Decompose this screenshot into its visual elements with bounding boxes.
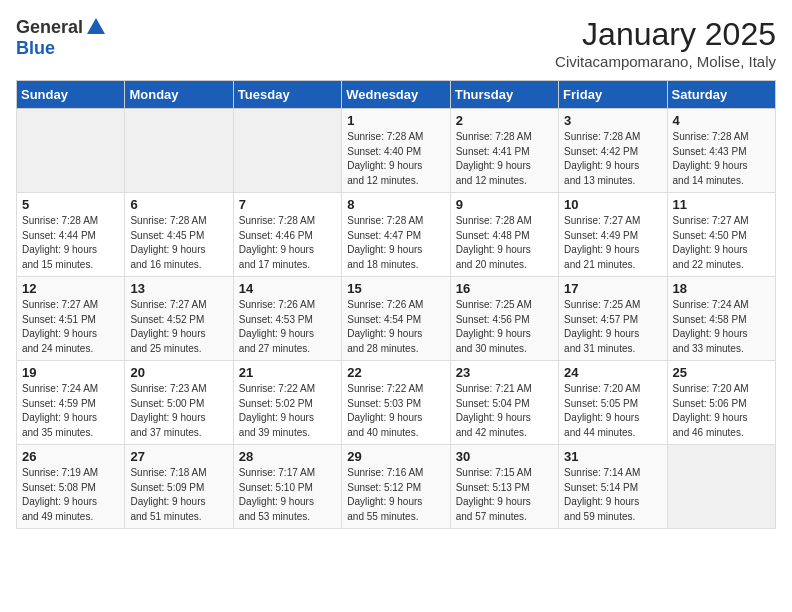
day-info: Sunrise: 7:22 AM Sunset: 5:02 PM Dayligh… [239, 382, 336, 440]
day-info: Sunrise: 7:14 AM Sunset: 5:14 PM Dayligh… [564, 466, 661, 524]
calendar-cell [233, 109, 341, 193]
week-row-4: 19Sunrise: 7:24 AM Sunset: 4:59 PM Dayli… [17, 361, 776, 445]
day-number: 4 [673, 113, 770, 128]
logo: General Blue [16, 16, 107, 59]
day-number: 30 [456, 449, 553, 464]
calendar-cell: 3Sunrise: 7:28 AM Sunset: 4:42 PM Daylig… [559, 109, 667, 193]
day-number: 25 [673, 365, 770, 380]
calendar-cell: 22Sunrise: 7:22 AM Sunset: 5:03 PM Dayli… [342, 361, 450, 445]
week-row-3: 12Sunrise: 7:27 AM Sunset: 4:51 PM Dayli… [17, 277, 776, 361]
calendar-cell: 13Sunrise: 7:27 AM Sunset: 4:52 PM Dayli… [125, 277, 233, 361]
day-info: Sunrise: 7:18 AM Sunset: 5:09 PM Dayligh… [130, 466, 227, 524]
day-number: 7 [239, 197, 336, 212]
day-number: 21 [239, 365, 336, 380]
week-row-2: 5Sunrise: 7:28 AM Sunset: 4:44 PM Daylig… [17, 193, 776, 277]
day-info: Sunrise: 7:28 AM Sunset: 4:43 PM Dayligh… [673, 130, 770, 188]
calendar-table: SundayMondayTuesdayWednesdayThursdayFrid… [16, 80, 776, 529]
calendar-cell [17, 109, 125, 193]
calendar-cell: 6Sunrise: 7:28 AM Sunset: 4:45 PM Daylig… [125, 193, 233, 277]
day-info: Sunrise: 7:27 AM Sunset: 4:49 PM Dayligh… [564, 214, 661, 272]
day-info: Sunrise: 7:25 AM Sunset: 4:57 PM Dayligh… [564, 298, 661, 356]
calendar-cell: 10Sunrise: 7:27 AM Sunset: 4:49 PM Dayli… [559, 193, 667, 277]
day-info: Sunrise: 7:26 AM Sunset: 4:53 PM Dayligh… [239, 298, 336, 356]
day-number: 11 [673, 197, 770, 212]
calendar-cell: 27Sunrise: 7:18 AM Sunset: 5:09 PM Dayli… [125, 445, 233, 529]
day-number: 14 [239, 281, 336, 296]
day-info: Sunrise: 7:28 AM Sunset: 4:48 PM Dayligh… [456, 214, 553, 272]
day-number: 23 [456, 365, 553, 380]
day-number: 22 [347, 365, 444, 380]
calendar-cell: 29Sunrise: 7:16 AM Sunset: 5:12 PM Dayli… [342, 445, 450, 529]
day-number: 16 [456, 281, 553, 296]
day-number: 28 [239, 449, 336, 464]
day-number: 1 [347, 113, 444, 128]
calendar-cell [125, 109, 233, 193]
day-number: 13 [130, 281, 227, 296]
day-info: Sunrise: 7:28 AM Sunset: 4:41 PM Dayligh… [456, 130, 553, 188]
day-number: 12 [22, 281, 119, 296]
day-info: Sunrise: 7:20 AM Sunset: 5:05 PM Dayligh… [564, 382, 661, 440]
day-number: 6 [130, 197, 227, 212]
day-info: Sunrise: 7:25 AM Sunset: 4:56 PM Dayligh… [456, 298, 553, 356]
weekday-header-row: SundayMondayTuesdayWednesdayThursdayFrid… [17, 81, 776, 109]
calendar-cell: 31Sunrise: 7:14 AM Sunset: 5:14 PM Dayli… [559, 445, 667, 529]
day-info: Sunrise: 7:24 AM Sunset: 4:59 PM Dayligh… [22, 382, 119, 440]
calendar-cell: 9Sunrise: 7:28 AM Sunset: 4:48 PM Daylig… [450, 193, 558, 277]
header: General Blue January 2025 Civitacampomar… [16, 16, 776, 70]
day-number: 9 [456, 197, 553, 212]
calendar-cell: 8Sunrise: 7:28 AM Sunset: 4:47 PM Daylig… [342, 193, 450, 277]
day-number: 17 [564, 281, 661, 296]
day-info: Sunrise: 7:15 AM Sunset: 5:13 PM Dayligh… [456, 466, 553, 524]
calendar-cell: 20Sunrise: 7:23 AM Sunset: 5:00 PM Dayli… [125, 361, 233, 445]
day-info: Sunrise: 7:22 AM Sunset: 5:03 PM Dayligh… [347, 382, 444, 440]
logo-general: General [16, 17, 83, 38]
calendar-cell: 23Sunrise: 7:21 AM Sunset: 5:04 PM Dayli… [450, 361, 558, 445]
calendar-cell: 1Sunrise: 7:28 AM Sunset: 4:40 PM Daylig… [342, 109, 450, 193]
day-info: Sunrise: 7:17 AM Sunset: 5:10 PM Dayligh… [239, 466, 336, 524]
calendar-cell: 11Sunrise: 7:27 AM Sunset: 4:50 PM Dayli… [667, 193, 775, 277]
day-number: 2 [456, 113, 553, 128]
calendar-cell: 25Sunrise: 7:20 AM Sunset: 5:06 PM Dayli… [667, 361, 775, 445]
day-number: 10 [564, 197, 661, 212]
day-info: Sunrise: 7:27 AM Sunset: 4:51 PM Dayligh… [22, 298, 119, 356]
day-info: Sunrise: 7:27 AM Sunset: 4:50 PM Dayligh… [673, 214, 770, 272]
day-info: Sunrise: 7:24 AM Sunset: 4:58 PM Dayligh… [673, 298, 770, 356]
calendar-cell: 16Sunrise: 7:25 AM Sunset: 4:56 PM Dayli… [450, 277, 558, 361]
weekday-header-saturday: Saturday [667, 81, 775, 109]
calendar-cell: 4Sunrise: 7:28 AM Sunset: 4:43 PM Daylig… [667, 109, 775, 193]
calendar-cell: 30Sunrise: 7:15 AM Sunset: 5:13 PM Dayli… [450, 445, 558, 529]
svg-marker-0 [87, 18, 105, 34]
calendar-cell: 24Sunrise: 7:20 AM Sunset: 5:05 PM Dayli… [559, 361, 667, 445]
title-area: January 2025 Civitacampomarano, Molise, … [555, 16, 776, 70]
day-info: Sunrise: 7:27 AM Sunset: 4:52 PM Dayligh… [130, 298, 227, 356]
day-info: Sunrise: 7:23 AM Sunset: 5:00 PM Dayligh… [130, 382, 227, 440]
day-info: Sunrise: 7:26 AM Sunset: 4:54 PM Dayligh… [347, 298, 444, 356]
day-info: Sunrise: 7:16 AM Sunset: 5:12 PM Dayligh… [347, 466, 444, 524]
calendar-cell: 21Sunrise: 7:22 AM Sunset: 5:02 PM Dayli… [233, 361, 341, 445]
calendar-cell: 17Sunrise: 7:25 AM Sunset: 4:57 PM Dayli… [559, 277, 667, 361]
month-title: January 2025 [555, 16, 776, 53]
week-row-1: 1Sunrise: 7:28 AM Sunset: 4:40 PM Daylig… [17, 109, 776, 193]
day-info: Sunrise: 7:28 AM Sunset: 4:46 PM Dayligh… [239, 214, 336, 272]
weekday-header-wednesday: Wednesday [342, 81, 450, 109]
calendar-cell [667, 445, 775, 529]
calendar-cell: 2Sunrise: 7:28 AM Sunset: 4:41 PM Daylig… [450, 109, 558, 193]
day-number: 20 [130, 365, 227, 380]
weekday-header-tuesday: Tuesday [233, 81, 341, 109]
day-number: 3 [564, 113, 661, 128]
day-info: Sunrise: 7:28 AM Sunset: 4:47 PM Dayligh… [347, 214, 444, 272]
calendar-cell: 7Sunrise: 7:28 AM Sunset: 4:46 PM Daylig… [233, 193, 341, 277]
day-number: 26 [22, 449, 119, 464]
calendar-cell: 18Sunrise: 7:24 AM Sunset: 4:58 PM Dayli… [667, 277, 775, 361]
week-row-5: 26Sunrise: 7:19 AM Sunset: 5:08 PM Dayli… [17, 445, 776, 529]
day-number: 29 [347, 449, 444, 464]
weekday-header-thursday: Thursday [450, 81, 558, 109]
day-info: Sunrise: 7:28 AM Sunset: 4:42 PM Dayligh… [564, 130, 661, 188]
day-number: 27 [130, 449, 227, 464]
weekday-header-sunday: Sunday [17, 81, 125, 109]
day-info: Sunrise: 7:28 AM Sunset: 4:45 PM Dayligh… [130, 214, 227, 272]
day-info: Sunrise: 7:28 AM Sunset: 4:40 PM Dayligh… [347, 130, 444, 188]
calendar-cell: 15Sunrise: 7:26 AM Sunset: 4:54 PM Dayli… [342, 277, 450, 361]
day-info: Sunrise: 7:20 AM Sunset: 5:06 PM Dayligh… [673, 382, 770, 440]
day-number: 31 [564, 449, 661, 464]
